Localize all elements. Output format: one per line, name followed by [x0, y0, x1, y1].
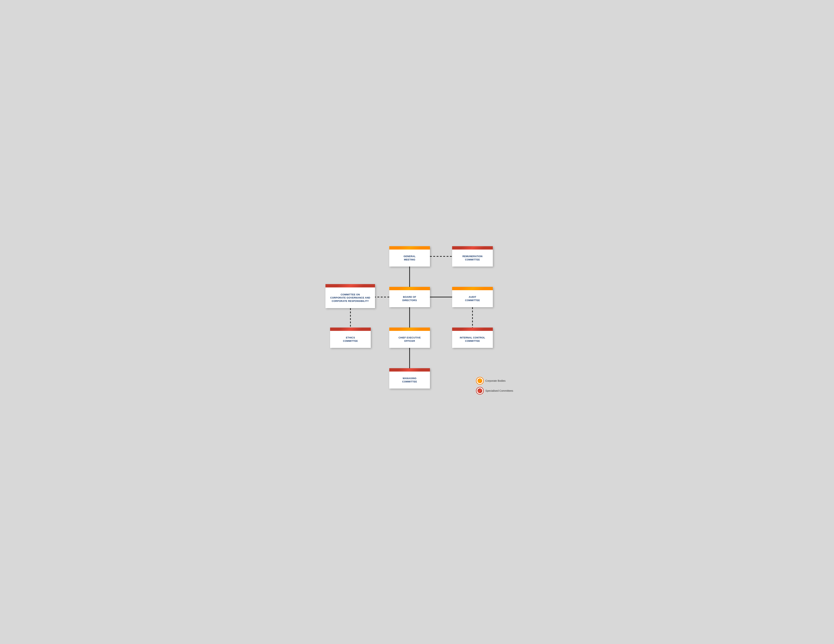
- node-header-board: [389, 287, 430, 290]
- legend-label-corporate-bodies: Corporate Bodies: [485, 379, 506, 382]
- node-ceo: CHIEF EXECUTIVEOFFICER: [389, 328, 430, 348]
- node-label-audit: AUDITCOMMITTEE: [465, 295, 480, 302]
- node-label-board: BOARD OFDIRECTORS: [402, 295, 417, 302]
- node-label-ethics: ETHICSCOMMITTEE: [343, 336, 358, 342]
- node-header-ceo: [389, 328, 430, 331]
- node-committee-corp-gov: COMMITTEE ONCORPORATE GOVERNANCE ANDCORP…: [325, 284, 375, 308]
- node-label-managing: MANAGINGCOMMITTEE: [402, 377, 417, 383]
- node-board-of-directors: BOARD OFDIRECTORS: [389, 287, 430, 307]
- node-audit-committee: AUDITCOMMITTEE: [452, 287, 493, 307]
- node-remuneration-committee: REMUNERATIONCOMMITTEE: [452, 246, 493, 266]
- node-label-ceo: CHIEF EXECUTIVEOFFICER: [399, 336, 421, 342]
- node-label-corp-gov: COMMITTEE ONCORPORATE GOVERNANCE ANDCORP…: [330, 293, 370, 303]
- node-general-meeting: GENERALMEETING: [389, 246, 430, 266]
- legend: Corporate Bodies Specialised Committees: [477, 378, 513, 394]
- node-header-internal: [452, 328, 493, 331]
- node-header-corp-gov: [325, 284, 375, 287]
- node-header-general-meeting: [389, 246, 430, 250]
- node-label-internal: INTERNAL CONTROLCOMMITTEE: [460, 336, 485, 342]
- legend-icon-specialised-committees: [477, 387, 483, 394]
- node-header-managing: [389, 368, 430, 371]
- org-chart: GENERALMEETING REMUNERATIONCOMMITTEE COM…: [315, 239, 519, 405]
- legend-icon-corporate-bodies: [477, 378, 483, 384]
- legend-item-corporate-bodies: Corporate Bodies: [477, 378, 513, 384]
- legend-item-specialised-committees: Specialised Committees: [477, 387, 513, 394]
- node-managing-committee: MANAGINGCOMMITTEE: [389, 368, 430, 389]
- node-ethics-committee: ETHICSCOMMITTEE: [330, 328, 371, 348]
- node-internal-control: INTERNAL CONTROLCOMMITTEE: [452, 328, 493, 348]
- legend-label-specialised-committees: Specialised Committees: [485, 389, 513, 392]
- node-header-audit: [452, 287, 493, 290]
- node-label-remuneration: REMUNERATIONCOMMITTEE: [462, 255, 482, 261]
- node-header-remuneration: [452, 246, 493, 250]
- node-header-ethics: [330, 328, 371, 331]
- node-label-general-meeting: GENERALMEETING: [404, 255, 415, 261]
